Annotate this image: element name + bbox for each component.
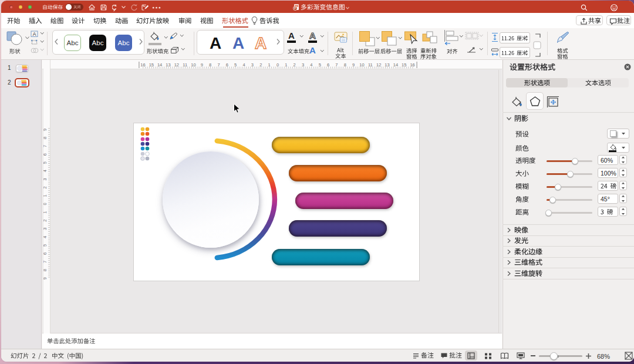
svg-text:4: 4: [43, 236, 48, 238]
svg-text:6: 6: [43, 252, 48, 255]
svg-text:4: 4: [243, 62, 245, 68]
svg-text:9: 9: [43, 129, 48, 131]
svg-text:3: 3: [43, 228, 48, 230]
svg-text:16: 16: [410, 62, 414, 68]
svg-text:A: A: [33, 31, 36, 37]
svg-text:16: 16: [140, 62, 145, 68]
svg-text:9: 9: [352, 62, 355, 68]
svg-text:9: 9: [201, 62, 203, 68]
svg-text:2: 2: [43, 186, 48, 188]
svg-text:2: 2: [294, 62, 296, 68]
svg-text:15: 15: [402, 62, 406, 68]
svg-text:8: 8: [344, 62, 346, 68]
svg-text:10: 10: [359, 62, 364, 68]
svg-text:11: 11: [368, 62, 373, 68]
svg-text:4: 4: [310, 62, 312, 68]
svg-text:6: 6: [226, 62, 228, 68]
svg-text:10: 10: [191, 62, 195, 68]
svg-text:0: 0: [43, 203, 48, 205]
svg-text:14: 14: [393, 62, 398, 68]
svg-text:1: 1: [268, 62, 271, 68]
svg-text:11: 11: [183, 62, 187, 68]
svg-text:6: 6: [327, 62, 329, 68]
svg-text:P: P: [294, 6, 296, 10]
svg-text:6: 6: [43, 153, 48, 156]
svg-text:3: 3: [302, 62, 304, 68]
svg-text:3: 3: [251, 62, 254, 68]
svg-text:2: 2: [259, 62, 262, 68]
svg-text:5: 5: [43, 244, 48, 247]
svg-text:5: 5: [234, 62, 237, 68]
svg-text:4: 4: [43, 170, 48, 172]
svg-text:1: 1: [285, 62, 287, 68]
svg-text:9: 9: [43, 277, 48, 279]
svg-text:7: 7: [43, 145, 48, 147]
svg-text:3: 3: [43, 178, 48, 180]
svg-text:8: 8: [43, 137, 48, 139]
svg-text:1: 1: [43, 194, 48, 197]
svg-text:13: 13: [385, 62, 389, 68]
svg-text:8: 8: [43, 269, 48, 271]
svg-text:7: 7: [218, 62, 220, 68]
svg-text:5: 5: [319, 62, 321, 68]
svg-text:2: 2: [43, 220, 48, 222]
svg-text:5: 5: [43, 161, 48, 164]
svg-text:12: 12: [174, 62, 179, 68]
svg-text:15: 15: [149, 62, 154, 68]
svg-text:13: 13: [166, 62, 170, 68]
svg-text:12: 12: [376, 62, 381, 68]
svg-text:1: 1: [43, 211, 48, 214]
svg-text:14: 14: [157, 62, 162, 68]
svg-text:7: 7: [43, 261, 48, 263]
svg-text:7: 7: [335, 62, 338, 68]
svg-text:8: 8: [209, 62, 211, 68]
svg-text:0: 0: [276, 62, 279, 68]
